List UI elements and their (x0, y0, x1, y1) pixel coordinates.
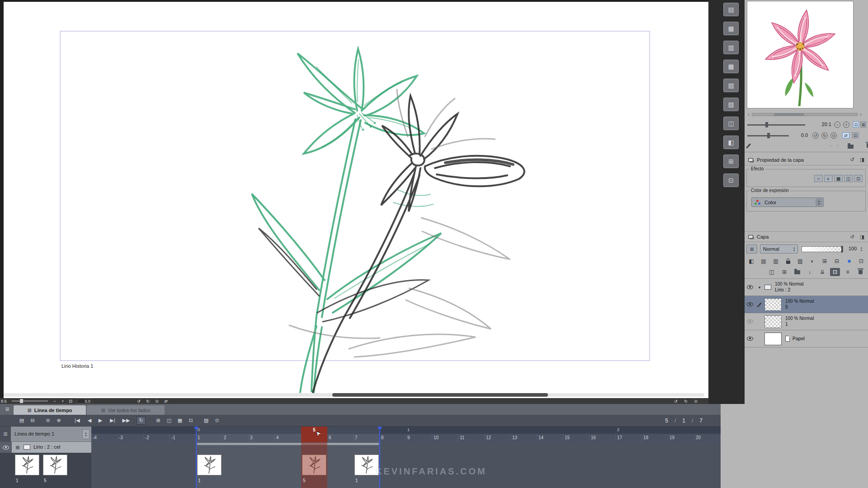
canvas-h-scrollbar-thumb[interactable] (332, 393, 548, 397)
timeline-zoom-out-icon[interactable]: ⊖ (43, 416, 52, 425)
opacity-slider[interactable] (802, 246, 843, 252)
folder-expand-icon[interactable]: ▾ (755, 285, 764, 290)
clip-start-handle[interactable] (194, 427, 198, 429)
frame-cell[interactable]: -3 (118, 434, 144, 442)
layer-visibility-toggle[interactable] (745, 319, 755, 324)
timeline-selector-stepper-icon[interactable]: ▴▾ (82, 429, 90, 439)
onion-skin-icon[interactable]: ▨ (202, 416, 211, 425)
reference-layer-icon[interactable]: ▤ (759, 257, 769, 265)
navigator-rotate-left-button[interactable]: ↺ (812, 132, 819, 139)
canvas-area[interactable]: Lirio Historia 1 8.5 − + ⊡ 0.0 ↺ ↻ ⊙ ⇄ ↺… (0, 0, 708, 404)
canvas-h-scrollbar[interactable] (4, 393, 704, 397)
navigator-scroll-left-icon[interactable]: ‹ (746, 112, 751, 117)
play-button[interactable]: ▶ (96, 416, 105, 425)
frame-cell[interactable]: 16 (590, 434, 616, 442)
statusbar-rotate-left-icon[interactable]: ↺ (136, 398, 142, 404)
cel-box-icon[interactable]: ⊡ (186, 416, 195, 425)
tab-timeline[interactable]: ▦ Línea de tiempo (14, 405, 86, 415)
layer-panel-reset-icon[interactable]: ↺ (849, 233, 856, 240)
layer-panel-detach-icon[interactable]: ◨ (859, 233, 866, 240)
clip-start-marker[interactable] (196, 427, 197, 488)
layer-name[interactable]: 5 (785, 304, 814, 310)
header-cel-thumbnail-1[interactable] (15, 455, 39, 475)
frame-cell[interactable]: -1 (170, 434, 196, 442)
statusbar-zoom-out-button[interactable]: − (52, 398, 57, 404)
clip-end-handle[interactable] (378, 427, 382, 429)
effect-halftone-icon[interactable]: ▩ (834, 175, 843, 182)
layer-row-cel5[interactable]: 100 % Normal 5 (745, 296, 868, 313)
statusbar-undo-icon[interactable]: ↺ (673, 398, 679, 404)
delete-layer-icon[interactable] (855, 268, 865, 276)
navigator-reset-rotation-button[interactable]: ⊙ (830, 132, 837, 139)
go-end-button[interactable]: ▶▶ (120, 416, 132, 425)
lock-layer-icon[interactable] (783, 257, 793, 265)
navigator-zoom-slider[interactable] (747, 124, 805, 126)
layer-visibility-toggle[interactable] (745, 337, 755, 341)
new-animation-cel-icon[interactable]: ⊞ (154, 416, 163, 425)
navigator-zoom-slider-thumb[interactable] (765, 122, 768, 127)
eyedropper-icon[interactable] (747, 143, 751, 148)
timeline-frames-ruler[interactable]: -4-3-2-1 1234567891011121314151617181920 (91, 434, 721, 442)
frame-cell[interactable]: 9 (406, 434, 432, 442)
timeline-zoom-in-icon[interactable]: ⊕ (54, 416, 63, 425)
next-view-icon[interactable]: › (835, 142, 840, 149)
selector-menu-icon[interactable]: ≡ (0, 427, 11, 442)
tool-strip-icon-2[interactable]: ▦ (723, 22, 739, 35)
track-expand-icon[interactable]: ⊞ (14, 444, 21, 451)
next-frame-button[interactable]: ▶| (107, 416, 118, 425)
mask-icon[interactable]: ◐ (807, 257, 817, 265)
loop-playback-button[interactable]: ↻ (137, 416, 146, 425)
tool-strip-icon-1[interactable]: ▤ (723, 3, 739, 16)
timeline-cel-frame1[interactable] (197, 455, 222, 475)
header-cel-thumbnail-2[interactable] (43, 455, 67, 475)
navigator-preview[interactable] (747, 1, 854, 108)
frame-cell[interactable]: 20 (694, 434, 721, 442)
navigator-scrollbar[interactable]: ‹ › (746, 112, 863, 117)
tool-strip-icon-6[interactable]: ▧ (723, 98, 739, 111)
lock-transparency-icon[interactable]: ▨ (795, 257, 805, 265)
layer-visibility-toggle[interactable] (745, 285, 755, 289)
frame-cell[interactable]: 12 (485, 434, 511, 442)
frame-cell[interactable]: 14 (537, 434, 563, 442)
panel-detach-icon[interactable]: ◨ (859, 156, 866, 164)
layer-name[interactable]: Lirio : 2 (775, 287, 803, 293)
statusbar-rotate-right-icon[interactable]: ↻ (145, 398, 151, 404)
statusbar-zoom-in-button[interactable]: + (60, 398, 66, 404)
track-area[interactable] (91, 442, 721, 488)
navigator-scroll-thumb[interactable] (774, 113, 804, 116)
layer-thumbnail[interactable] (764, 333, 782, 345)
opacity-stepper-icon[interactable]: ▴▾ (859, 245, 864, 253)
guide-icon[interactable]: ⊟ (832, 257, 842, 265)
prev-frame-button[interactable]: ◀ (85, 416, 94, 425)
blend-mode-stepper-icon[interactable]: ▴▾ (791, 245, 797, 253)
statusbar-zoom-slider-thumb[interactable] (20, 399, 23, 403)
effect-border-icon[interactable]: ○ (814, 175, 823, 182)
canvas-drawing[interactable] (0, 0, 708, 404)
tool-strip-icon-10[interactable]: ⊡ (723, 174, 739, 187)
opacity-slider-handle[interactable] (841, 246, 843, 253)
navigator-rotation-slider-thumb[interactable] (767, 133, 770, 138)
frame-cell[interactable]: 18 (642, 434, 668, 442)
expression-color-stepper-icon[interactable]: ▴▾ (816, 198, 822, 206)
track-list-icon[interactable]: ▤ (17, 416, 26, 425)
prev-view-icon[interactable]: ‹ (828, 142, 833, 149)
effect-tone-icon[interactable]: ◐ (824, 175, 833, 182)
navigator-flip-v-icon[interactable]: ⊡ (852, 132, 859, 138)
track-name[interactable]: Lirio : 2 : cel (33, 444, 60, 450)
new-folder-icon[interactable] (792, 268, 802, 276)
layer-color-icon[interactable]: ■ (844, 257, 854, 265)
tab-all-sides[interactable]: ▦ Ver todos los lados (87, 405, 165, 415)
layer-row-cel1[interactable]: 100 % Normal 1 (745, 313, 868, 330)
tool-strip-icon-7[interactable]: ◫ (723, 117, 739, 130)
tool-strip-icon-5[interactable]: ▨ (723, 79, 739, 92)
draft-layer-icon[interactable]: ▥ (771, 257, 781, 265)
frame-cell[interactable]: 15 (563, 434, 590, 442)
navigator-scroll-right-icon[interactable]: › (859, 112, 863, 117)
timeline-menu-icon[interactable]: ≡ (4, 406, 11, 413)
merge-down-icon[interactable]: ⇊ (817, 268, 827, 276)
layer-name[interactable]: 1 (785, 321, 814, 327)
tool-strip-icon-3[interactable]: ▥ (723, 41, 739, 54)
clip-end-marker[interactable] (379, 427, 380, 488)
track-edit-icon[interactable]: ⊟ (28, 416, 37, 425)
combine-copy-icon[interactable]: ⊡ (830, 268, 840, 276)
